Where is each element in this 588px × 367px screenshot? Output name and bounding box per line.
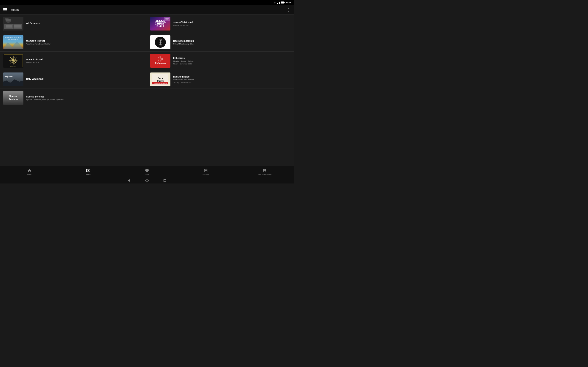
svg-text:Series: Series	[166, 19, 169, 20]
nav-home-label: Home	[27, 173, 32, 175]
svg-point-50	[160, 58, 161, 59]
back-button[interactable]	[127, 178, 131, 183]
thumbnail-ephesians: Ephesians	[150, 54, 170, 68]
thumbnail-holyweek: Holy Week	[3, 73, 23, 86]
list-item[interactable]: Special Services Special Services Specia…	[0, 89, 147, 107]
media-icon	[86, 169, 90, 173]
media-date: March - November 2020	[173, 63, 291, 65]
nav-giving[interactable]: Giving	[118, 167, 176, 176]
svg-point-45	[12, 59, 14, 61]
list-item[interactable]: SPRING WOMEN'S RETREAT APRIL 30TH - MAY …	[0, 33, 147, 52]
media-info-backtobasics: Back to Basics Foundations for Freedom J…	[173, 75, 291, 83]
home-icon	[27, 169, 32, 173]
wifi-icon	[274, 2, 276, 4]
nav-media[interactable]: Media	[59, 167, 118, 176]
media-info-womens: Women's Retreat Teachings from Dawn Holi…	[26, 40, 144, 45]
media-subtitle: Special Occasions, Holidays, Guest Speak…	[26, 99, 144, 101]
list-item[interactable]: All Sermons	[0, 15, 147, 33]
media-grid: All Sermons JESUS CHRIST IS ALL	[0, 15, 294, 107]
media-subtitle: Teachings from Dawn Holiday	[26, 43, 144, 45]
svg-rect-47	[150, 54, 170, 68]
svg-text:Basics: Basics	[157, 79, 164, 82]
nav-home[interactable]: Home	[0, 167, 59, 176]
media-subtitle: Current Series 2021	[173, 24, 291, 26]
nav-calendar[interactable]: Calendar	[176, 167, 235, 176]
svg-text:IS ALL: IS ALL	[156, 25, 165, 28]
giving-icon	[145, 169, 149, 173]
media-title: Roots Membership	[173, 40, 291, 42]
home-button[interactable]	[145, 178, 149, 183]
svg-rect-5	[284, 2, 285, 3]
list-item[interactable]: Back Basics Foundations for Freedom Back…	[147, 70, 294, 89]
svg-text:Back: Back	[157, 77, 163, 79]
recents-button[interactable]	[163, 178, 167, 183]
svg-text:Advent: Arrival: Advent: Arrival	[10, 66, 16, 67]
calendar-icon	[204, 169, 208, 173]
status-time: 10:26	[286, 1, 291, 4]
empty-cell	[147, 89, 294, 107]
svg-rect-68	[264, 170, 265, 170]
svg-text:FXC: FXC	[159, 44, 162, 46]
home-icon	[145, 179, 149, 182]
media-subtitle: Identity | Belong | Calling	[173, 60, 291, 62]
media-subtitle: FCNW Membership Class	[173, 43, 291, 45]
nav-giving-label: Giving	[145, 173, 149, 175]
status-icons: 10:26	[274, 1, 291, 4]
signal-icon	[277, 2, 280, 4]
media-title: Advent: Arrival	[26, 58, 144, 61]
media-info-ephesians: Ephesians Identity | Belong | Calling Ma…	[173, 57, 291, 65]
list-item[interactable]: NW FXC Roots Membership FCNW Membership …	[147, 33, 294, 52]
svg-text:Special: Special	[9, 95, 17, 98]
svg-text:Holy Week: Holy Week	[5, 76, 13, 77]
svg-text:Foundations for Freedom: Foundations for Freedom	[154, 83, 167, 84]
svg-text:Services: Services	[9, 98, 18, 101]
svg-point-9	[6, 19, 11, 21]
list-item[interactable]: JESUS CHRIST IS ALL Current Series Jesus…	[147, 15, 294, 33]
svg-rect-0	[277, 3, 278, 4]
app-bar: Media ⋮	[0, 5, 294, 14]
list-item[interactable]: Holy Week Holy Week 2020	[0, 70, 147, 89]
media-info-advent: Advent: Arrival December 2020	[26, 58, 144, 64]
system-nav	[0, 177, 294, 184]
thumbnail-special: Special Services	[3, 91, 23, 105]
bottom-nav: Home Media Giving Calendar Bible Reading…	[0, 166, 294, 177]
svg-rect-3	[279, 2, 280, 4]
svg-rect-64	[3, 91, 23, 105]
svg-text:NW: NW	[159, 39, 162, 41]
media-title: Special Services	[26, 95, 144, 98]
list-item[interactable]: Ephesians Ephesians Identity | Belong | …	[147, 52, 294, 70]
nav-bible[interactable]: Bible Reading Plan	[235, 167, 294, 176]
media-date: January - February 2020	[173, 81, 291, 83]
svg-text:Current: Current	[165, 18, 169, 19]
media-subtitle: Foundations for Freedom	[173, 79, 291, 81]
thumbnail-backtobasics: Back Basics Foundations for Freedom	[150, 73, 170, 86]
nav-media-label: Media	[86, 173, 90, 175]
media-list: All Sermons JESUS CHRIST IS ALL	[0, 15, 294, 166]
list-item[interactable]: Advent: Arrival Advent: Arrival December…	[0, 52, 147, 70]
nav-calendar-label: Calendar	[203, 173, 209, 175]
media-title: Holy Week 2020	[26, 78, 144, 80]
svg-text:Ephesians: Ephesians	[155, 61, 166, 64]
svg-rect-6	[281, 2, 284, 3]
media-title: Women's Retreat	[26, 40, 144, 42]
thumbnail-all-sermons	[3, 17, 23, 31]
nav-bible-label: Bible Reading Plan	[258, 173, 271, 175]
battery-icon	[281, 1, 285, 4]
more-options-button[interactable]: ⋮	[286, 7, 291, 12]
media-info-holyweek: Holy Week 2020	[26, 78, 144, 81]
media-title: Jesus Christ is All	[173, 21, 291, 24]
svg-text:SPRING WOMEN'S RETREAT: SPRING WOMEN'S RETREAT	[5, 37, 21, 38]
menu-button[interactable]	[3, 8, 7, 11]
media-info-all-sermons: All Sermons	[26, 22, 144, 25]
media-title: Ephesians	[173, 57, 291, 59]
media-title: Back to Basics	[173, 75, 291, 78]
status-bar: 10:26	[0, 0, 294, 5]
svg-rect-1	[278, 2, 278, 4]
app-bar-left: Media	[3, 8, 19, 11]
media-info-jesus: Jesus Christ is All Current Series 2021	[173, 21, 291, 26]
media-subtitle: December 2020	[26, 61, 144, 64]
thumbnail-roots: NW FXC	[150, 35, 170, 49]
thumbnail-advent: Advent: Arrival	[3, 54, 23, 68]
svg-rect-2	[279, 2, 279, 4]
thumbnail-womens: SPRING WOMEN'S RETREAT APRIL 30TH - MAY …	[3, 35, 23, 49]
